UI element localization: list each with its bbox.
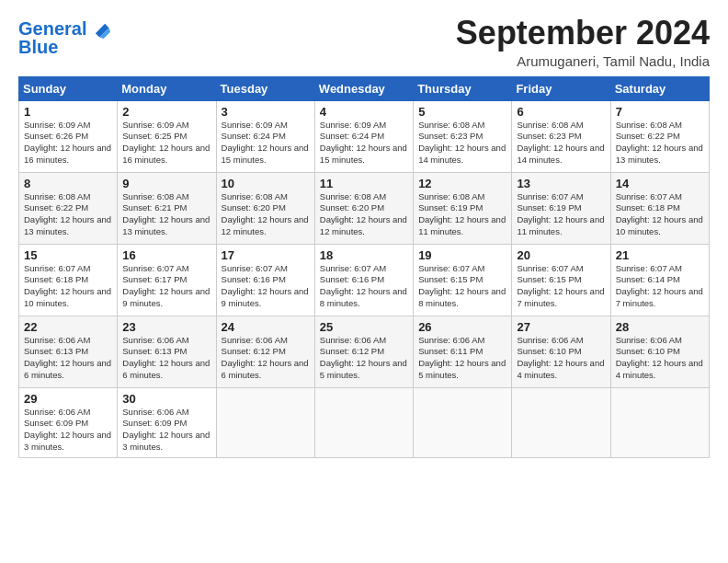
table-cell: 1 Sunrise: 6:09 AM Sunset: 6:26 PM Dayli… <box>19 100 118 172</box>
day-number: 5 <box>418 105 506 119</box>
table-cell: 21 Sunrise: 6:07 AM Sunset: 6:14 PM Dayl… <box>610 244 709 316</box>
table-cell: 26 Sunrise: 6:06 AM Sunset: 6:11 PM Dayl… <box>414 316 512 387</box>
table-cell: 29 Sunrise: 6:06 AM Sunset: 6:09 PM Dayl… <box>19 387 118 457</box>
day-info: Sunrise: 6:08 AM Sunset: 6:23 PM Dayligh… <box>418 120 506 167</box>
header-tuesday: Tuesday <box>216 76 314 100</box>
day-info: Sunrise: 6:07 AM Sunset: 6:18 PM Dayligh… <box>616 191 704 238</box>
header-wednesday: Wednesday <box>314 76 413 100</box>
header-sunday: Sunday <box>19 76 118 100</box>
day-number: 12 <box>418 177 506 190</box>
header: General Blue September 2024 Arumuganeri,… <box>18 15 710 69</box>
day-number: 13 <box>517 177 605 190</box>
calendar-body: 1 Sunrise: 6:09 AM Sunset: 6:26 PM Dayli… <box>19 100 710 457</box>
day-number: 23 <box>122 320 210 334</box>
day-number: 11 <box>320 177 408 190</box>
month-title: September 2024 <box>456 15 710 52</box>
table-cell: 28 Sunrise: 6:06 AM Sunset: 6:10 PM Dayl… <box>610 316 709 387</box>
page-container: General Blue September 2024 Arumuganeri,… <box>0 0 728 467</box>
day-info: Sunrise: 6:09 AM Sunset: 6:24 PM Dayligh… <box>222 120 310 167</box>
table-cell <box>414 387 512 457</box>
day-info: Sunrise: 6:09 AM Sunset: 6:26 PM Dayligh… <box>24 120 112 167</box>
day-info: Sunrise: 6:09 AM Sunset: 6:24 PM Dayligh… <box>320 120 408 167</box>
table-cell: 22 Sunrise: 6:06 AM Sunset: 6:13 PM Dayl… <box>19 316 118 387</box>
day-number: 10 <box>222 177 310 190</box>
day-info: Sunrise: 6:07 AM Sunset: 6:16 PM Dayligh… <box>222 263 310 310</box>
day-info: Sunrise: 6:06 AM Sunset: 6:13 PM Dayligh… <box>122 335 210 382</box>
table-cell: 14 Sunrise: 6:07 AM Sunset: 6:18 PM Dayl… <box>610 172 709 244</box>
table-cell: 10 Sunrise: 6:08 AM Sunset: 6:20 PM Dayl… <box>216 172 314 244</box>
day-number: 20 <box>517 248 605 262</box>
header-monday: Monday <box>118 76 216 100</box>
calendar-header-row: Sunday Monday Tuesday Wednesday Thursday… <box>19 76 710 100</box>
day-number: 28 <box>616 320 704 334</box>
day-info: Sunrise: 6:06 AM Sunset: 6:09 PM Dayligh… <box>122 407 210 454</box>
day-number: 7 <box>616 105 704 119</box>
table-cell: 4 Sunrise: 6:09 AM Sunset: 6:24 PM Dayli… <box>314 100 413 172</box>
table-cell: 6 Sunrise: 6:08 AM Sunset: 6:23 PM Dayli… <box>512 100 610 172</box>
table-cell: 19 Sunrise: 6:07 AM Sunset: 6:15 PM Dayl… <box>414 244 512 316</box>
day-number: 26 <box>418 320 506 334</box>
day-info: Sunrise: 6:06 AM Sunset: 6:13 PM Dayligh… <box>24 335 112 382</box>
logo-text: General <box>18 18 86 39</box>
day-info: Sunrise: 6:08 AM Sunset: 6:19 PM Dayligh… <box>418 191 506 238</box>
day-info: Sunrise: 6:06 AM Sunset: 6:11 PM Dayligh… <box>418 335 506 382</box>
day-number: 24 <box>222 320 310 334</box>
day-number: 19 <box>418 248 506 262</box>
day-info: Sunrise: 6:08 AM Sunset: 6:20 PM Dayligh… <box>222 191 310 238</box>
table-cell: 30 Sunrise: 6:06 AM Sunset: 6:09 PM Dayl… <box>118 387 216 457</box>
day-number: 30 <box>122 392 210 406</box>
table-cell: 15 Sunrise: 6:07 AM Sunset: 6:18 PM Dayl… <box>19 244 118 316</box>
day-info: Sunrise: 6:06 AM Sunset: 6:10 PM Dayligh… <box>517 335 605 382</box>
day-info: Sunrise: 6:08 AM Sunset: 6:20 PM Dayligh… <box>320 191 408 238</box>
logo: General Blue <box>18 18 110 55</box>
day-info: Sunrise: 6:07 AM Sunset: 6:14 PM Dayligh… <box>616 263 704 310</box>
table-cell <box>314 387 413 457</box>
calendar-table: Sunday Monday Tuesday Wednesday Thursday… <box>18 76 710 458</box>
day-info: Sunrise: 6:07 AM Sunset: 6:15 PM Dayligh… <box>517 263 605 310</box>
day-number: 16 <box>122 248 210 262</box>
day-info: Sunrise: 6:07 AM Sunset: 6:18 PM Dayligh… <box>24 263 112 310</box>
day-info: Sunrise: 6:08 AM Sunset: 6:22 PM Dayligh… <box>24 191 112 238</box>
location-subtitle: Arumuganeri, Tamil Nadu, India <box>456 53 710 69</box>
day-number: 6 <box>517 105 605 119</box>
table-cell <box>512 387 610 457</box>
day-info: Sunrise: 6:07 AM Sunset: 6:19 PM Dayligh… <box>517 191 605 238</box>
header-saturday: Saturday <box>610 76 709 100</box>
table-cell: 3 Sunrise: 6:09 AM Sunset: 6:24 PM Dayli… <box>216 100 314 172</box>
day-number: 2 <box>122 105 210 119</box>
day-info: Sunrise: 6:07 AM Sunset: 6:15 PM Dayligh… <box>418 263 506 310</box>
table-cell: 2 Sunrise: 6:09 AM Sunset: 6:25 PM Dayli… <box>118 100 216 172</box>
day-number: 21 <box>616 248 704 262</box>
table-cell: 18 Sunrise: 6:07 AM Sunset: 6:16 PM Dayl… <box>314 244 413 316</box>
day-info: Sunrise: 6:06 AM Sunset: 6:12 PM Dayligh… <box>320 335 408 382</box>
table-cell: 17 Sunrise: 6:07 AM Sunset: 6:16 PM Dayl… <box>216 244 314 316</box>
table-cell: 20 Sunrise: 6:07 AM Sunset: 6:15 PM Dayl… <box>512 244 610 316</box>
table-cell: 13 Sunrise: 6:07 AM Sunset: 6:19 PM Dayl… <box>512 172 610 244</box>
day-number: 18 <box>320 248 408 262</box>
day-info: Sunrise: 6:06 AM Sunset: 6:10 PM Dayligh… <box>616 335 704 382</box>
table-cell: 9 Sunrise: 6:08 AM Sunset: 6:21 PM Dayli… <box>118 172 216 244</box>
logo-icon <box>90 18 110 39</box>
day-info: Sunrise: 6:06 AM Sunset: 6:09 PM Dayligh… <box>24 407 112 454</box>
table-cell: 8 Sunrise: 6:08 AM Sunset: 6:22 PM Dayli… <box>19 172 118 244</box>
day-info: Sunrise: 6:09 AM Sunset: 6:25 PM Dayligh… <box>122 120 210 167</box>
table-cell: 24 Sunrise: 6:06 AM Sunset: 6:12 PM Dayl… <box>216 316 314 387</box>
table-cell: 16 Sunrise: 6:07 AM Sunset: 6:17 PM Dayl… <box>118 244 216 316</box>
title-block: September 2024 Arumuganeri, Tamil Nadu, … <box>456 15 710 69</box>
day-info: Sunrise: 6:06 AM Sunset: 6:12 PM Dayligh… <box>222 335 310 382</box>
day-number: 27 <box>517 320 605 334</box>
table-cell: 27 Sunrise: 6:06 AM Sunset: 6:10 PM Dayl… <box>512 316 610 387</box>
day-number: 14 <box>616 177 704 190</box>
day-number: 3 <box>222 105 310 119</box>
table-cell <box>610 387 709 457</box>
table-cell <box>216 387 314 457</box>
day-number: 22 <box>24 320 112 334</box>
table-cell: 23 Sunrise: 6:06 AM Sunset: 6:13 PM Dayl… <box>118 316 216 387</box>
day-info: Sunrise: 6:07 AM Sunset: 6:16 PM Dayligh… <box>320 263 408 310</box>
table-cell: 12 Sunrise: 6:08 AM Sunset: 6:19 PM Dayl… <box>414 172 512 244</box>
day-info: Sunrise: 6:08 AM Sunset: 6:21 PM Dayligh… <box>122 191 210 238</box>
day-number: 15 <box>24 248 112 262</box>
day-number: 17 <box>222 248 310 262</box>
day-number: 29 <box>24 392 112 406</box>
day-number: 4 <box>320 105 408 119</box>
